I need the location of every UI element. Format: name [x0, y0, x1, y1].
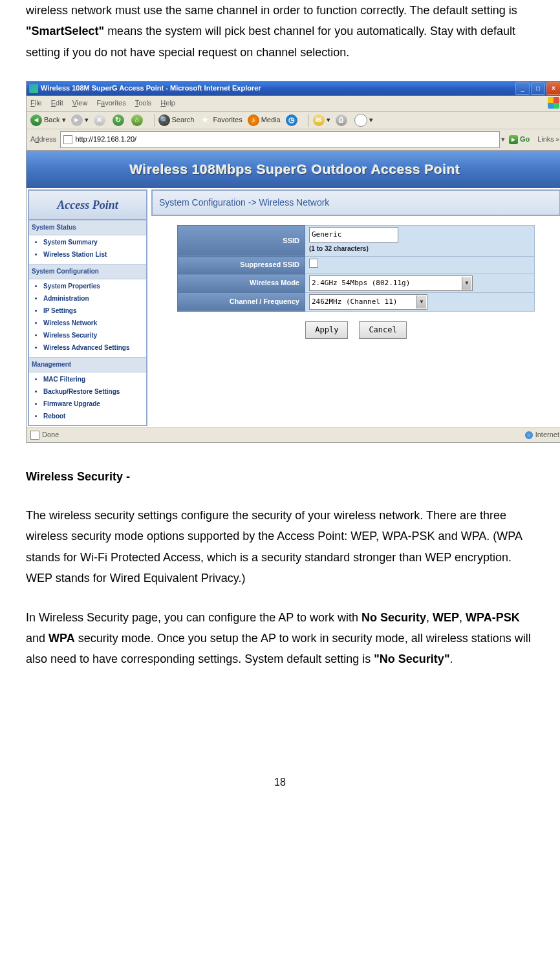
history-icon: ◷: [286, 114, 297, 126]
maximize-button[interactable]: □: [531, 82, 545, 95]
page-icon: [63, 135, 72, 144]
forward-button[interactable]: ►▾: [71, 114, 89, 127]
edit-icon: [354, 114, 367, 127]
close-button[interactable]: ×: [546, 82, 560, 95]
product-banner: Wireless 108Mbps SuperG Outdoor Access P…: [27, 151, 560, 188]
internet-zone-icon: [525, 431, 533, 439]
suppressed-label: Suppressed SSID: [178, 257, 305, 274]
sidebar-title: Access Point: [29, 191, 146, 220]
menu-help[interactable]: Help: [160, 97, 175, 110]
mode-select[interactable]: 2.4GHz 54Mbps (802.11g) ▼: [309, 275, 473, 291]
address-label: Address: [30, 133, 56, 146]
windows-logo-icon: [548, 97, 559, 109]
star-icon: ★: [199, 114, 211, 126]
channel-value: 2462MHz (Channel 11): [312, 297, 397, 306]
status-text: Done: [42, 429, 59, 442]
intro-bold: "SmartSelect": [26, 25, 104, 38]
mode-value: 2.4GHz 54Mbps (802.11g): [312, 279, 410, 287]
favorites-label: Favorites: [213, 114, 242, 127]
breadcrumb: System Configuration -> Wireless Network: [151, 189, 560, 216]
menu-tools[interactable]: Tools: [135, 97, 152, 110]
menu-view[interactable]: View: [72, 97, 88, 110]
sidebar-item-properties[interactable]: System Properties: [43, 281, 146, 293]
minimize-button[interactable]: _: [515, 82, 530, 95]
favorites-button[interactable]: ★Favorites: [199, 114, 242, 127]
address-bar: Address http://192.168.1.20/ ▾ ► Go Link…: [27, 129, 560, 151]
print-icon: ⎙: [336, 114, 347, 126]
zone-text: Internet: [535, 429, 559, 442]
browser-screenshot: Wireless 108M SuperG Access Point - Micr…: [26, 81, 560, 442]
go-icon: ►: [509, 135, 518, 144]
window-title: Wireless 108M SuperG Access Point - Micr…: [41, 82, 261, 95]
home-button[interactable]: ⌂: [131, 114, 145, 126]
mode-label: Wireless Mode: [178, 274, 305, 293]
sidebar-item-ip[interactable]: IP Settings: [43, 305, 146, 317]
channel-label: Channel / Frequency: [178, 292, 305, 311]
sidebar-item-macfilter[interactable]: MAC Filtering: [43, 374, 146, 386]
ssid-hint: (1 to 32 characters): [309, 245, 369, 252]
window-titlebar: Wireless 108M SuperG Access Point - Micr…: [27, 81, 560, 96]
media-icon: ♪: [248, 114, 259, 126]
security-paragraph-2: In Wireless Security page, you can confi…: [26, 607, 534, 670]
chevron-down-icon: ▼: [462, 277, 471, 290]
sidebar-item-stationlist[interactable]: Wireless Station List: [43, 249, 146, 261]
edit-button[interactable]: ▾: [354, 114, 373, 127]
back-button[interactable]: ◄ Back ▾: [30, 114, 66, 127]
media-button[interactable]: ♪Media: [248, 114, 281, 127]
stop-icon: ✕: [94, 114, 105, 126]
sidebar-item-summary[interactable]: System Summary: [43, 237, 146, 249]
sidebar-item-wireless-security[interactable]: Wireless Security: [43, 330, 146, 342]
sidebar-cat-management: Management: [29, 357, 146, 372]
intro-pre: wireless network must use the same chann…: [26, 4, 517, 17]
home-icon: ⌂: [131, 114, 143, 126]
sidebar-item-reboot[interactable]: Reboot: [43, 411, 146, 423]
status-bar: Done Internet: [27, 427, 560, 442]
refresh-button[interactable]: ↻: [113, 114, 126, 126]
browser-toolbar: ◄ Back ▾ ►▾ ✕ ↻ ⌂ 🔍Search ★Favorites ♪Me…: [27, 112, 560, 129]
history-button[interactable]: ◷: [286, 114, 299, 126]
sidebar-cat-status: System Status: [29, 220, 146, 235]
mail-button[interactable]: ✉▾: [313, 114, 330, 127]
url-text: http://192.168.1.20/: [75, 133, 136, 146]
sidebar-item-admin[interactable]: Administration: [43, 293, 146, 305]
back-icon: ◄: [30, 114, 42, 126]
suppressed-checkbox[interactable]: [309, 259, 318, 268]
sidebar-item-firmware[interactable]: Firmware Upgrade: [43, 398, 146, 411]
menu-file[interactable]: FFileile: [30, 97, 42, 110]
menu-edit[interactable]: Edit: [51, 97, 63, 110]
search-label: Search: [172, 114, 195, 127]
go-button[interactable]: ► Go: [509, 133, 530, 146]
refresh-icon: ↻: [113, 114, 124, 126]
back-label: Back: [44, 114, 59, 127]
apply-button[interactable]: Apply: [305, 321, 348, 339]
main-panel: System Configuration -> Wireless Network…: [151, 189, 560, 426]
ssid-input[interactable]: Generic: [309, 227, 398, 242]
ie-icon: [29, 84, 38, 93]
channel-select[interactable]: 2462MHz (Channel 11) ▼: [309, 294, 427, 310]
page-number: 18: [26, 773, 534, 792]
chevron-down-icon: ▼: [416, 296, 426, 308]
go-label: Go: [520, 133, 530, 146]
cancel-button[interactable]: Cancel: [359, 321, 406, 339]
stop-button[interactable]: ✕: [94, 114, 107, 126]
sidebar-item-wireless-advanced[interactable]: Wireless Advanced Settings: [43, 342, 146, 354]
security-paragraph-1: The wireless security settings configure…: [26, 505, 534, 589]
links-label[interactable]: Links: [537, 133, 554, 146]
config-form: SSID Generic (1 to 32 characters) Suppre…: [177, 225, 535, 312]
ssid-label: SSID: [178, 225, 305, 257]
menubar: FFileile Edit View Favorites Tools Help: [27, 96, 560, 112]
section-heading: Wireless Security -: [26, 466, 534, 487]
url-input[interactable]: http://192.168.1.20/: [60, 131, 500, 148]
sidebar: Access Point System Status System Summar…: [28, 189, 147, 426]
sidebar-item-backup[interactable]: Backup/Restore Settings: [43, 386, 146, 398]
search-icon: 🔍: [158, 114, 170, 126]
sidebar-item-wireless-network[interactable]: Wireless Network: [43, 317, 146, 330]
print-button[interactable]: ⎙: [336, 114, 349, 126]
intro-paragraph: wireless network must use the same chann…: [26, 0, 534, 63]
search-button[interactable]: 🔍Search: [158, 114, 195, 127]
page-icon: [30, 431, 39, 440]
menu-favorites[interactable]: Favorites: [96, 97, 125, 110]
forward-icon: ►: [71, 114, 83, 126]
mail-icon: ✉: [313, 114, 325, 126]
sidebar-cat-config: System Configuration: [29, 264, 146, 279]
